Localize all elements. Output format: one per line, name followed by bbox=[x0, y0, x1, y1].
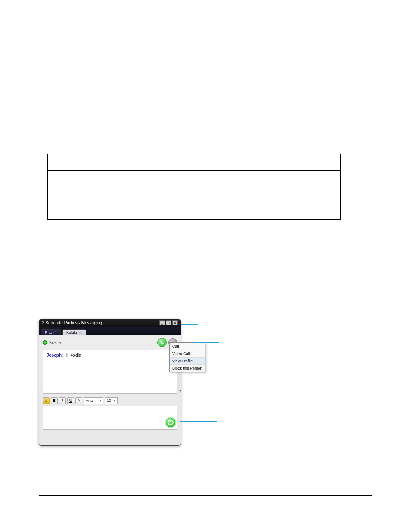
chat-header: Kokila ▾ bbox=[39, 335, 181, 350]
contact-name: Kokila bbox=[49, 340, 61, 345]
conversation-tabs: Rita ▢ Kokila ▢ bbox=[39, 327, 181, 335]
table-row bbox=[48, 154, 341, 171]
tab-kokila[interactable]: Kokila ▢ bbox=[62, 329, 86, 335]
table-cell bbox=[48, 154, 118, 171]
send-button[interactable] bbox=[165, 417, 176, 428]
minimize-button[interactable]: _ bbox=[159, 320, 165, 325]
chevron-down-icon: ▾ bbox=[100, 399, 101, 403]
emoticon-button[interactable]: ☺ bbox=[43, 397, 50, 404]
window-title: 2 Separate Parties - Messaging bbox=[42, 320, 102, 325]
font-size-value: 10 bbox=[107, 398, 111, 403]
annotation-line-send bbox=[180, 421, 217, 422]
menu-item-block[interactable]: Block this Person bbox=[170, 365, 205, 372]
bold-button[interactable]: B bbox=[51, 397, 58, 404]
menu-item-label: View Profile bbox=[172, 359, 193, 363]
menu-item-video-call[interactable]: Video Call bbox=[170, 350, 205, 358]
table-cell bbox=[118, 154, 341, 171]
maximize-button[interactable]: □ bbox=[166, 320, 171, 325]
icon-table bbox=[47, 154, 341, 220]
close-button[interactable]: × bbox=[172, 320, 178, 325]
table-cell bbox=[118, 187, 341, 203]
table-cell bbox=[118, 171, 341, 187]
font-color-button[interactable]: A bbox=[75, 397, 82, 404]
menu-item-label: Video Call bbox=[172, 352, 190, 356]
menu-item-call[interactable]: Call bbox=[170, 343, 205, 350]
table-row bbox=[48, 203, 341, 220]
table-cell bbox=[48, 171, 118, 187]
section-spacer-top bbox=[39, 33, 372, 154]
chevron-down-icon: ▾ bbox=[114, 399, 115, 403]
scroll-down-icon: ▾ bbox=[179, 389, 181, 392]
font-family-value: Arial bbox=[86, 398, 93, 403]
table-cell bbox=[48, 203, 118, 220]
table-row bbox=[48, 171, 341, 187]
font-size-select[interactable]: 10 ▾ bbox=[105, 397, 118, 404]
contact-context-menu: Call Video Call View Profile Block this … bbox=[169, 342, 206, 372]
compose-input[interactable] bbox=[43, 406, 177, 430]
menu-item-view-profile[interactable]: View Profile bbox=[170, 358, 205, 365]
annotation-line-view-profile bbox=[193, 342, 219, 343]
window-titlebar[interactable]: 2 Separate Parties - Messaging _ □ × bbox=[39, 319, 181, 327]
tab-close-icon[interactable]: ▢ bbox=[53, 331, 57, 335]
menu-item-label: Call bbox=[172, 344, 179, 348]
call-button[interactable] bbox=[157, 338, 167, 347]
table-row bbox=[48, 187, 341, 203]
italic-button[interactable]: I bbox=[59, 397, 66, 404]
presence-available-icon bbox=[43, 340, 47, 345]
page-footer bbox=[39, 495, 372, 498]
underline-button[interactable]: U bbox=[67, 397, 74, 404]
tab-label: Kokila bbox=[66, 330, 77, 335]
resize-grip-icon[interactable]: ⋰ bbox=[175, 440, 179, 444]
tab-close-icon[interactable]: ▢ bbox=[79, 331, 82, 335]
font-family-select[interactable]: Arial ▾ bbox=[84, 397, 103, 404]
table-cell bbox=[118, 203, 341, 220]
format-toolbar: ☺ B I U A Arial ▾ 10 ▾ bbox=[43, 397, 177, 404]
tab-label: Rita bbox=[45, 330, 52, 335]
message-author: Joseph: bbox=[47, 353, 63, 358]
message-text: Hi Kokila bbox=[64, 353, 81, 358]
tab-rita[interactable]: Rita ▢ bbox=[41, 329, 61, 335]
menu-item-label: Block this Person bbox=[172, 366, 202, 370]
chat-transcript: Joseph: Hi Kokila ▾ bbox=[43, 350, 177, 394]
table-cell bbox=[48, 187, 118, 203]
phone-icon bbox=[160, 340, 165, 345]
messaging-window: 2 Separate Parties - Messaging _ □ × Rit… bbox=[39, 319, 181, 446]
section-spacer-mid bbox=[39, 220, 372, 314]
chat-bubble-icon bbox=[168, 420, 174, 425]
messaging-screenshot: 2 Separate Parties - Messaging _ □ × Rit… bbox=[39, 319, 181, 448]
page-header bbox=[39, 17, 372, 20]
